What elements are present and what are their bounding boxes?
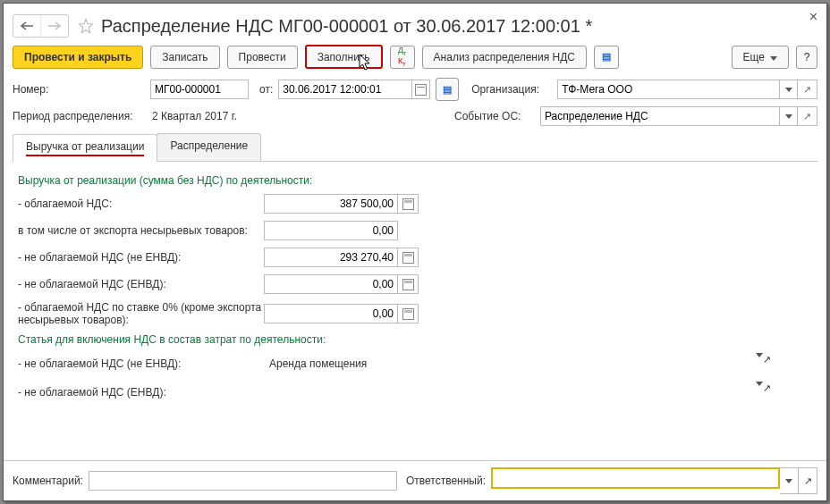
section-revenue-title: Выручка от реализации (сумма без НДС) по… xyxy=(18,174,812,187)
nav-forward-button[interactable] xyxy=(40,15,68,37)
window-title: Распределение НДС МГ00-000001 от 30.06.2… xyxy=(101,16,592,37)
rev-vat-input[interactable] xyxy=(264,194,398,214)
close-icon[interactable]: × xyxy=(809,9,817,25)
rev-envd-label: - не облагаемой НДС (ЕНВД): xyxy=(18,278,264,290)
cost-novat-label: - не облагаемой НДС (не ЕНВД): xyxy=(18,357,264,370)
rev-vat-calc[interactable] xyxy=(398,194,419,214)
rev-novat-calc[interactable] xyxy=(398,248,419,267)
responsible-input[interactable] xyxy=(491,467,780,489)
save-button[interactable]: Записать xyxy=(150,46,219,69)
date-input[interactable] xyxy=(278,80,412,99)
tab-distribution-label: Распределение xyxy=(170,139,248,152)
more-button[interactable]: Еще xyxy=(732,46,789,69)
commit-button[interactable]: Провести xyxy=(227,46,298,69)
responsible-label: Ответственный: xyxy=(406,475,486,487)
more-label: Еще xyxy=(743,51,765,63)
comment-input[interactable] xyxy=(89,471,397,491)
favorite-star-icon[interactable] xyxy=(76,16,96,36)
comment-label: Комментарий: xyxy=(13,475,83,487)
report-button[interactable]: ▤ xyxy=(594,46,619,69)
calendar-button[interactable] xyxy=(412,80,430,99)
responsible-dropdown[interactable] xyxy=(780,467,799,494)
rev-export-label: в том числе от экспорта несырьевых товар… xyxy=(18,224,264,237)
cost-envd-label: - не облагаемой НДС (ЕНВД): xyxy=(18,386,264,399)
org-label: Организация: xyxy=(471,83,552,96)
cost-novat-open[interactable]: ↗ xyxy=(763,353,783,374)
number-input[interactable] xyxy=(150,80,249,99)
rev-novat-input[interactable] xyxy=(264,248,398,267)
rev-export-input[interactable] xyxy=(264,221,398,240)
event-input[interactable] xyxy=(540,106,780,126)
fill-button[interactable]: Заполнить xyxy=(305,45,383,69)
tab-distribution[interactable]: Распределение xyxy=(157,133,261,161)
cost-novat-dropdown[interactable] xyxy=(756,353,763,374)
event-label: Событие ОС: xyxy=(454,110,535,122)
analysis-button[interactable]: Анализ распределения НДС xyxy=(422,46,587,69)
cost-envd-value[interactable] xyxy=(264,382,756,403)
dtkt-button[interactable]: ДтКт xyxy=(390,46,415,69)
tab-revenue[interactable]: Выручка от реализации xyxy=(13,134,157,162)
rev-zero-input[interactable] xyxy=(264,304,398,323)
responsible-open[interactable]: ↗ xyxy=(799,467,817,494)
rev-vat-label: - облагаемой НДС: xyxy=(18,197,264,210)
number-label: Номер: xyxy=(13,83,145,96)
commit-close-button[interactable]: Провести и закрыть xyxy=(13,46,143,69)
tab-revenue-label: Выручка от реализации xyxy=(26,140,144,153)
section-cost-title: Статья для включения НДС в состав затрат… xyxy=(18,333,812,346)
event-dropdown-button[interactable] xyxy=(780,106,798,126)
show-document-button[interactable]: ▤ xyxy=(436,78,459,101)
rev-zero-calc[interactable] xyxy=(398,304,419,323)
toolbar: Провести и закрыть Записать Провести Зап… xyxy=(13,43,817,78)
nav-buttons xyxy=(13,14,69,38)
rev-envd-calc[interactable] xyxy=(398,274,419,294)
period-label: Период распределения: xyxy=(13,110,147,122)
org-input[interactable] xyxy=(557,80,780,99)
from-label: от: xyxy=(259,83,273,96)
help-button[interactable]: ? xyxy=(796,46,817,69)
rev-envd-input[interactable] xyxy=(264,274,398,294)
cost-envd-open[interactable]: ↗ xyxy=(763,382,783,403)
period-value: 2 Квартал 2017 г. xyxy=(152,110,237,122)
event-open-button[interactable]: ↗ xyxy=(798,106,817,126)
org-open-button[interactable]: ↗ xyxy=(798,80,817,99)
nav-back-button[interactable] xyxy=(13,15,40,37)
cost-envd-dropdown[interactable] xyxy=(756,382,763,403)
rev-novat-label: - не облагаемой НДС (не ЕНВД): xyxy=(18,251,264,264)
org-dropdown-button[interactable] xyxy=(780,80,798,99)
rev-zero-label: - облагаемой НДС по ставке 0% (кроме экс… xyxy=(18,301,264,326)
cost-novat-value[interactable]: Аренда помещения xyxy=(264,353,756,374)
